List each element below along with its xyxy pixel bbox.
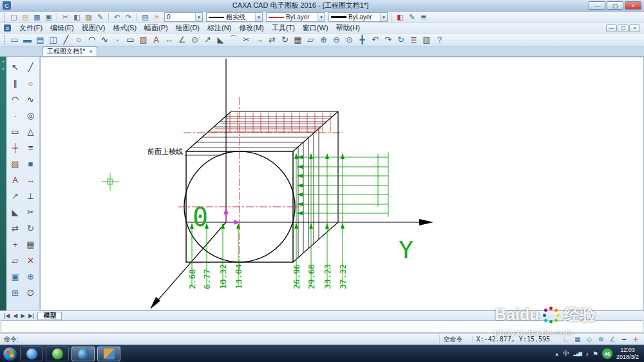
ellipse-tool-icon[interactable]: ◎ (24, 109, 37, 122)
last-sheet-icon[interactable]: ▶| (28, 312, 34, 319)
properties-icon[interactable]: ▥ (421, 34, 433, 46)
taskbar-app-browser[interactable] (20, 347, 43, 361)
snap-toggle-icon[interactable]: ◇ (585, 335, 594, 344)
tab-close-icon[interactable]: × (89, 48, 92, 55)
circle-icon[interactable]: ○ (73, 34, 85, 46)
doc-restore-button[interactable]: ▢ (618, 24, 629, 32)
rectangle-icon[interactable]: ▭ (124, 34, 137, 46)
circle-tool-icon[interactable]: ○ (24, 77, 37, 90)
docked-panel-strip[interactable]: ▪ ▪ (0, 57, 6, 310)
language-indicator[interactable]: 中 (563, 349, 569, 358)
pan-icon[interactable]: ╋ (356, 34, 368, 46)
leader-icon[interactable]: ↗ (202, 34, 214, 46)
menu-window[interactable]: 窗口(W) (299, 23, 332, 33)
menu-edit[interactable]: 编辑(E) (47, 23, 77, 33)
menu-draw[interactable]: 绘图(D) (173, 23, 203, 33)
maximize-button[interactable]: ▢ (607, 1, 623, 10)
move-tool-icon[interactable]: + (9, 238, 22, 251)
open-icon[interactable]: ▤ (20, 12, 31, 23)
network-icon[interactable]: ▂▄▆ (573, 351, 582, 356)
undo-icon[interactable]: ↶ (111, 12, 122, 23)
redraw-icon[interactable]: ↻ (395, 34, 407, 46)
doc-close-button[interactable]: × (629, 24, 640, 32)
taskbar-app-security[interactable] (46, 347, 69, 361)
menu-tools[interactable]: 工具(T) (269, 23, 298, 33)
first-sheet-icon[interactable]: |◀ (4, 312, 10, 319)
line-icon[interactable]: ╱ (60, 34, 72, 46)
grid-toggle-icon[interactable]: ▦ (573, 335, 582, 344)
lineweight-toggle-icon[interactable]: ━ (620, 335, 629, 344)
panel-pin-icon[interactable]: ▪ (3, 59, 4, 64)
parallel-line-icon[interactable]: ∥ (9, 77, 22, 90)
menu-format[interactable]: 格式(S) (109, 23, 140, 33)
angle-dim-icon[interactable]: ∠ (176, 34, 188, 46)
trim-icon[interactable]: ✂ (240, 34, 252, 46)
dyninput-toggle-icon[interactable]: ✛ (631, 335, 640, 344)
scale-tool-icon[interactable]: ▱ (9, 254, 22, 267)
menu-view[interactable]: 视图(V) (79, 23, 109, 33)
table-icon[interactable]: ▤ (34, 34, 46, 46)
rectangle-tool-icon[interactable]: ▭ (9, 125, 22, 138)
drawing-canvas[interactable]: 2.68 6.77 10.32 13.04 26.96 29.68 33.23 … (40, 57, 644, 310)
text-icon[interactable]: A (150, 34, 162, 46)
options-menu-icon[interactable]: ≣ (418, 12, 429, 23)
spline-icon[interactable]: ∿ (99, 34, 111, 46)
frame-icon[interactable]: ▭ (8, 34, 21, 46)
leader-tool-icon[interactable]: ↗ (9, 189, 22, 202)
antivirus-badge[interactable]: 46 (602, 348, 612, 359)
chamfer-icon[interactable]: ◣ (214, 34, 227, 46)
arc-tool-icon[interactable]: ◠ (9, 93, 22, 106)
scale-icon[interactable]: ▱ (305, 34, 317, 46)
dimension-tool-icon[interactable]: ↔ (24, 173, 37, 186)
match-properties-icon[interactable]: ✎ (406, 12, 417, 23)
chamfer-tool-icon[interactable]: ◣ (9, 205, 22, 218)
volume-icon[interactable]: ♪ (585, 350, 589, 357)
osnap-toggle-icon[interactable]: ⊕ (596, 335, 605, 344)
point-icon[interactable]: ∙ (111, 34, 124, 46)
model-tab[interactable]: 模型 (37, 312, 62, 320)
layer-state-icon[interactable]: ☀ (151, 12, 162, 23)
save-icon[interactable]: ▦ (32, 12, 43, 23)
print-icon[interactable]: ▣ (43, 12, 54, 23)
linetype-combo[interactable]: 粗实线 ▼ (206, 12, 263, 22)
color-combo[interactable]: ByLayer ▼ (266, 12, 325, 22)
menu-dimension[interactable]: 标注(N) (204, 23, 234, 33)
toolbar-grip[interactable] (4, 13, 6, 22)
start-button[interactable] (3, 347, 17, 361)
next-view-icon[interactable]: ↷ (382, 34, 394, 46)
hatch-tool-icon[interactable]: ▨ (9, 157, 22, 170)
fillet-icon[interactable]: ⌒ (227, 34, 240, 46)
hatch-icon[interactable]: ▨ (137, 34, 149, 46)
redo-icon[interactable]: ↷ (123, 12, 134, 23)
polygon-tool-icon[interactable]: △ (24, 125, 37, 138)
view-icon[interactable]: ◫ (47, 34, 59, 46)
rotate-tool-icon[interactable]: ↻ (24, 222, 37, 234)
minimize-button[interactable]: — (589, 1, 605, 10)
format-painter-icon[interactable]: ✎ (95, 12, 106, 23)
close-button[interactable]: × (625, 1, 641, 10)
taskbar-app-caxa[interactable] (71, 347, 95, 361)
spline-tool-icon[interactable]: ∿ (24, 93, 37, 106)
next-sheet-icon[interactable]: ▶ (21, 312, 25, 319)
polar-toggle-icon[interactable]: ∠ (608, 335, 617, 344)
zoom-out-icon[interactable]: ⊖ (330, 34, 343, 46)
prev-sheet-icon[interactable]: ◀ (13, 312, 17, 319)
fill-icon[interactable]: ■ (24, 157, 37, 170)
paste-icon[interactable]: ▨ (83, 12, 94, 23)
hidden-icons-icon[interactable]: ▲ (554, 352, 559, 356)
zoom-all-icon[interactable]: ⊙ (343, 34, 355, 46)
offset-icon[interactable]: ≡ (24, 141, 37, 154)
toolbar-grip[interactable] (4, 35, 6, 44)
menu-file[interactable]: 文件(F) (16, 23, 46, 33)
radial-dim-icon[interactable]: ⊙ (189, 34, 201, 46)
prev-view-icon[interactable]: ↶ (369, 34, 381, 46)
extend-icon[interactable]: → (253, 34, 265, 46)
pan-tool-icon[interactable]: ⊞ (9, 286, 22, 299)
linewidth-combo[interactable]: ByLayer ▼ (328, 12, 388, 22)
layer-combo[interactable]: 0 ▼ (164, 12, 203, 22)
array-icon[interactable]: ▦ (292, 34, 304, 46)
arc-icon[interactable]: ◠ (86, 34, 98, 46)
datum-icon[interactable]: ⊥ (24, 189, 37, 202)
select-icon[interactable]: ↖ (9, 61, 22, 73)
measure-icon[interactable]: ∅ (24, 286, 37, 299)
